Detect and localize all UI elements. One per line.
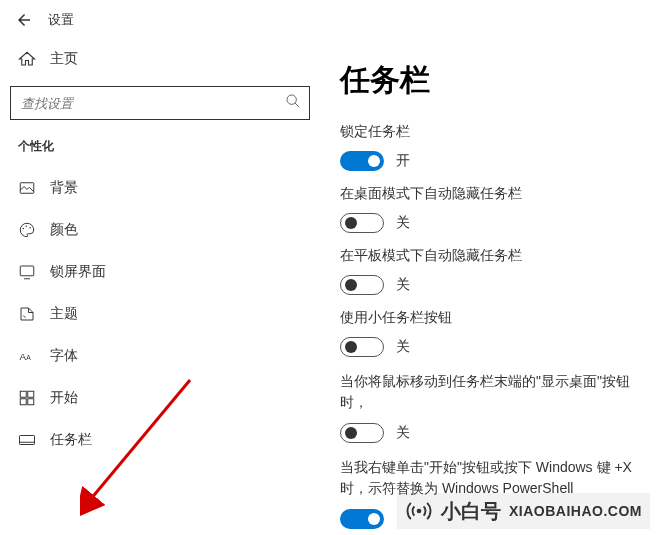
svg-rect-14 (20, 436, 35, 445)
back-button[interactable] (12, 8, 36, 32)
toggle-small-buttons[interactable] (340, 337, 384, 357)
watermark-cn: 小白号 (441, 498, 501, 525)
broadcast-icon (405, 497, 433, 525)
toggle-state-text: 关 (396, 424, 410, 442)
search-box[interactable] (10, 86, 310, 120)
toggle-lock-taskbar[interactable] (340, 151, 384, 171)
sidebar-item-colors[interactable]: 颜色 (10, 209, 310, 251)
palette-icon (18, 221, 36, 239)
setting-label: 使用小任务栏按钮 (340, 309, 646, 327)
sidebar-item-start[interactable]: 开始 (10, 377, 310, 419)
sidebar-home-label: 主页 (50, 50, 78, 68)
toggle-state-text: 关 (396, 276, 410, 294)
sidebar-item-fonts[interactable]: AA 字体 (10, 335, 310, 377)
setting-label: 在平板模式下自动隐藏任务栏 (340, 247, 646, 265)
svg-point-3 (23, 228, 25, 230)
sidebar-item-background[interactable]: 背景 (10, 167, 310, 209)
sidebar-section-label: 个性化 (10, 138, 310, 167)
svg-rect-11 (28, 391, 34, 397)
font-icon: AA (18, 347, 36, 365)
svg-point-4 (26, 226, 28, 228)
svg-line-1 (295, 103, 299, 107)
sidebar-item-label: 锁屏界面 (50, 263, 106, 281)
sidebar-item-label: 任务栏 (50, 431, 92, 449)
page-title: 任务栏 (340, 60, 646, 101)
toggle-autohide-tablet[interactable] (340, 275, 384, 295)
setting-label: 在桌面模式下自动隐藏任务栏 (340, 185, 646, 203)
sidebar-item-themes[interactable]: 主题 (10, 293, 310, 335)
sidebar-item-label: 开始 (50, 389, 78, 407)
window-title: 设置 (48, 11, 74, 29)
search-icon (285, 93, 301, 113)
svg-point-17 (417, 509, 422, 514)
setting-label: 当你将鼠标移动到任务栏末端的"显示桌面"按钮时， (340, 371, 646, 413)
sidebar: 主页 个性化 背景 颜色 锁屏界面 主题 AA 字体 (0, 40, 320, 535)
sidebar-home[interactable]: 主页 (10, 40, 310, 78)
toggle-state-text: 关 (396, 214, 410, 232)
svg-rect-6 (20, 266, 34, 276)
svg-text:A: A (26, 354, 31, 361)
lockscreen-icon (18, 263, 36, 281)
taskbar-icon (18, 431, 36, 449)
svg-rect-12 (20, 399, 26, 405)
toggle-state-text: 开 (396, 152, 410, 170)
sidebar-item-label: 背景 (50, 179, 78, 197)
setting-label: 锁定任务栏 (340, 123, 646, 141)
toggle-autohide-desktop[interactable] (340, 213, 384, 233)
search-input[interactable] (11, 87, 309, 119)
home-icon (18, 50, 36, 68)
arrow-left-icon (15, 11, 33, 29)
sidebar-item-lockscreen[interactable]: 锁屏界面 (10, 251, 310, 293)
svg-rect-10 (20, 391, 26, 397)
picture-icon (18, 179, 36, 197)
theme-icon (18, 305, 36, 323)
start-icon (18, 389, 36, 407)
sidebar-item-taskbar[interactable]: 任务栏 (10, 419, 310, 461)
sidebar-item-label: 颜色 (50, 221, 78, 239)
toggle-peek[interactable] (340, 423, 384, 443)
svg-point-5 (29, 227, 31, 229)
main-content: 任务栏 锁定任务栏 开 在桌面模式下自动隐藏任务栏 关 在平板模式下自动隐藏任务… (320, 40, 656, 535)
sidebar-item-label: 主题 (50, 305, 78, 323)
watermark-en: XIAOBAIHAO.COM (509, 503, 642, 519)
svg-text:A: A (20, 351, 27, 362)
watermark-badge: 小白号 XIAOBAIHAO.COM (397, 493, 650, 529)
toggle-powershell[interactable] (340, 509, 384, 529)
svg-point-0 (287, 95, 296, 104)
toggle-state-text: 关 (396, 338, 410, 356)
sidebar-item-label: 字体 (50, 347, 78, 365)
svg-rect-13 (28, 399, 34, 405)
